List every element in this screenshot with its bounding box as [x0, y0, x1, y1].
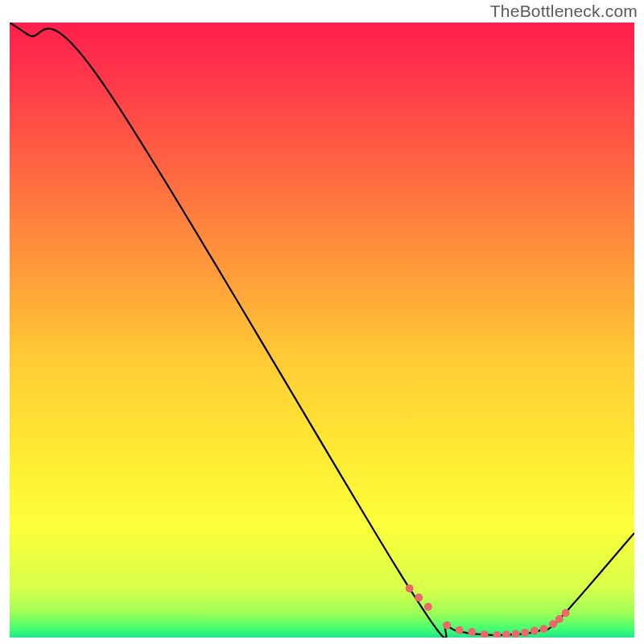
curve-marker: [415, 593, 423, 601]
curve-marker: [521, 629, 529, 637]
curve-marker: [443, 621, 451, 630]
gradient-background: [10, 23, 634, 638]
curve-marker: [502, 631, 510, 639]
curve-marker: [481, 630, 489, 638]
chart-svg: [0, 0, 644, 644]
curve-marker: [493, 631, 501, 639]
curve-marker: [512, 630, 520, 638]
curve-marker: [468, 628, 476, 636]
curve-marker: [406, 584, 414, 592]
curve-marker: [555, 615, 564, 623]
curve-marker: [424, 603, 432, 611]
curve-marker: [456, 626, 464, 634]
curve-marker: [530, 627, 539, 635]
curve-marker: [562, 609, 570, 617]
curve-marker: [539, 625, 547, 633]
bottleneck-chart: TheBottleneck.com: [0, 0, 644, 644]
